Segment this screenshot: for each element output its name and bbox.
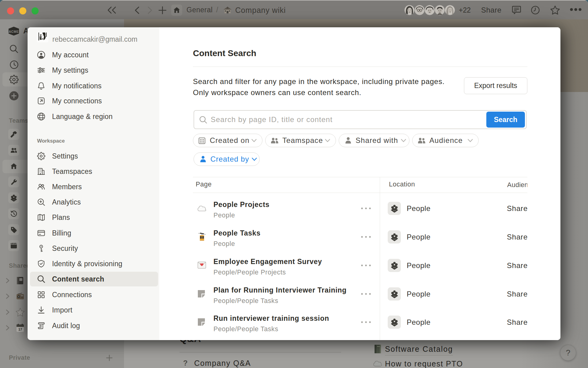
svg-text:ACME: ACME xyxy=(9,30,19,33)
svg-text:17: 17 xyxy=(18,328,22,331)
